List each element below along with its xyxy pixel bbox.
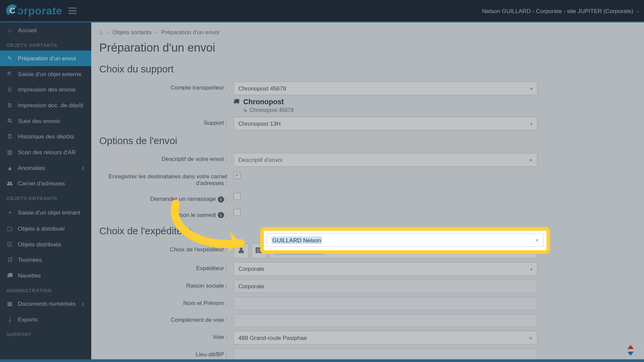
- cart-icon: 🛒︎: [6, 256, 13, 263]
- chevron-right-icon: ❮: [82, 166, 85, 170]
- sidebar-item-docs-num[interactable]: ▦Documents numérisés❮: [0, 296, 91, 312]
- select-expediteur[interactable]: Corporate: [233, 262, 538, 276]
- label-livraison-samedi: raison le samedii :: [99, 208, 233, 221]
- pencil-icon: ✎: [6, 55, 13, 62]
- file-icon: 🗎: [6, 102, 13, 109]
- home-icon[interactable]: ⌂: [99, 28, 103, 35]
- sidebar-item-saisie-externe[interactable]: ⇱Saisie d'un objet externe: [0, 66, 91, 82]
- sidebar-item-exports[interactable]: ⭳Exports: [0, 311, 91, 327]
- checkbox-livraison-samedi[interactable]: [233, 208, 240, 216]
- barcode-icon: ▥: [6, 149, 13, 156]
- input-voie[interactable]: 488 Grand-route Pasiphae×: [233, 331, 538, 345]
- external-icon: ⇱: [6, 71, 13, 77]
- breadcrumb-l1[interactable]: Objets sortants: [112, 28, 152, 35]
- search-icon: 🔍︎: [6, 118, 13, 124]
- clear-icon[interactable]: ×: [529, 334, 533, 341]
- clear-icon[interactable]: ×: [529, 156, 533, 163]
- sidebar-item-suivi[interactable]: 🔍︎Suivi des envois: [0, 113, 91, 129]
- section-choix-support: Choix du support: [99, 63, 636, 75]
- label-lieu-dit: Lieu-dit/BP :: [99, 348, 233, 360]
- branch-icon: ↳: [243, 107, 248, 113]
- hamburger-icon[interactable]: [68, 8, 76, 14]
- input-raison-sociale[interactable]: Corporate: [233, 279, 538, 293]
- input-descriptif[interactable]: ×: [233, 153, 538, 167]
- truck-icon: 🚚︎: [6, 272, 13, 279]
- sidebar-section-support: SUPPORT: [0, 327, 91, 340]
- input-nom-prenom[interactable]: [233, 297, 538, 310]
- label-voie: Voie :: [99, 331, 233, 343]
- home-icon: ⌂: [6, 27, 13, 34]
- download-icon: ⭳: [6, 316, 13, 323]
- label-support: Support :: [99, 117, 233, 129]
- label-demander-ramassage: Demander un ramassagei :: [99, 193, 233, 205]
- scroll-widget[interactable]: [625, 345, 636, 356]
- user-menu[interactable]: Nelson GUILLARD - Corporate - site JUPIT…: [482, 7, 639, 14]
- sidebar-item-historique[interactable]: 🗓Historique des dépôts: [0, 129, 91, 144]
- sidebar-item-anomalies[interactable]: ▲Anomalies❮: [0, 160, 91, 176]
- sidebar-item-accueil[interactable]: ⌂Accueil: [0, 22, 91, 38]
- warning-icon: ▲: [6, 165, 13, 171]
- sidebar-item-saisie-entrant[interactable]: ＋Saisie d'un objet entrant: [0, 204, 91, 221]
- chevron-right-icon: ❮: [82, 301, 85, 306]
- print-icon: ⎙: [6, 86, 13, 93]
- page-title: Préparation d'un envoi: [99, 39, 636, 61]
- truck-icon: 🚚︎: [233, 98, 240, 105]
- calendar-icon: 🗓: [6, 133, 13, 140]
- sidebar-item-impression-envois[interactable]: ⎙Impression des envois: [0, 82, 91, 98]
- expediteur-search-input-highlight[interactable]: GUILLARD Nelson ×: [267, 233, 544, 247]
- carrier-info: 🚚︎ Chronopost ↳Chronopost 45678: [233, 98, 538, 113]
- sidebar-section-admin: ADMINISTRATION: [0, 283, 91, 296]
- expediteur-user-button[interactable]: 👤︎: [233, 243, 249, 258]
- sidebar-item-carnet[interactable]: 👥︎Carnet d'adresses: [0, 176, 91, 191]
- checkbox-enregistrer-dest[interactable]: [233, 171, 240, 178]
- info-icon[interactable]: i: [218, 212, 224, 218]
- sidebar-item-navettes[interactable]: 🚚︎Navettes: [0, 268, 91, 284]
- label-compte-transporteur: Compte transporteur :: [99, 81, 233, 94]
- breadcrumb: ⌂» Objets sortants» Préparation d'un env…: [99, 22, 636, 39]
- sidebar-item-scan-ar[interactable]: ▥Scan des retours d'AR: [0, 144, 91, 160]
- square-icon: ▢: [6, 225, 13, 232]
- section-options-envoi: Options de l'envoi: [99, 135, 636, 147]
- sidebar: ⌂Accueil OBJETS SORTANTS ✎Préparation d'…: [0, 22, 91, 362]
- check-square-icon: ☑: [6, 241, 13, 248]
- breadcrumb-l2: Préparation d'un envoi: [161, 28, 219, 35]
- sidebar-item-preparation[interactable]: ✎Préparation d'un envoi: [0, 51, 91, 66]
- label-descriptif: Descriptif de votre envoi :: [99, 153, 233, 165]
- sidebar-section-sortants: OBJETS SORTANTS: [0, 38, 91, 50]
- sidebar-item-tournees[interactable]: 🛒︎Tournées: [0, 252, 91, 268]
- sidebar-item-impression-doc[interactable]: 🗎Impression doc. de dépôt: [0, 98, 91, 113]
- plus-icon: ＋: [6, 208, 13, 216]
- sidebar-section-entrants: OBJETS ENTRANTS: [0, 191, 91, 204]
- label-enregistrer-dest: Enregistrer les destinataires dans votre…: [99, 170, 233, 189]
- label-raison-sociale: Raison sociale :: [99, 279, 233, 291]
- brand-logo: Corporate: [6, 4, 62, 17]
- grid-icon: ▦: [6, 300, 13, 307]
- select-support[interactable]: Chronopost 13H: [233, 117, 538, 130]
- user-icon: 👤︎: [237, 247, 245, 255]
- input-complement-voie[interactable]: [233, 314, 538, 327]
- label-complement-voie: Complément de voie :: [99, 314, 233, 326]
- select-compte-transporteur[interactable]: Chronopost 45678: [233, 81, 538, 95]
- label-choix-expediteur: Choix de l'expéditeur :: [99, 243, 233, 255]
- chevron-down-icon: ⌄: [636, 8, 640, 13]
- label-nom-prenom: Nom et Prénom :: [99, 297, 233, 309]
- main-content: ⌂» Objets sortants» Préparation d'un env…: [91, 22, 644, 362]
- sidebar-item-a-distribuer[interactable]: ▢Objets à distribuer: [0, 221, 91, 237]
- clear-icon[interactable]: ×: [535, 236, 539, 243]
- label-expediteur: Expéditeur :: [99, 262, 233, 274]
- checkbox-demander-ramassage[interactable]: [233, 193, 240, 200]
- info-icon[interactable]: i: [218, 196, 224, 202]
- bottom-strip: [0, 359, 644, 362]
- sidebar-item-distribues[interactable]: ☑Objets distribués: [0, 236, 91, 252]
- users-icon: 👥︎: [6, 180, 13, 187]
- highlight-frame: GUILLARD Nelson ×: [260, 227, 550, 254]
- topbar: Corporate Nelson GUILLARD - Corporate - …: [0, 0, 644, 22]
